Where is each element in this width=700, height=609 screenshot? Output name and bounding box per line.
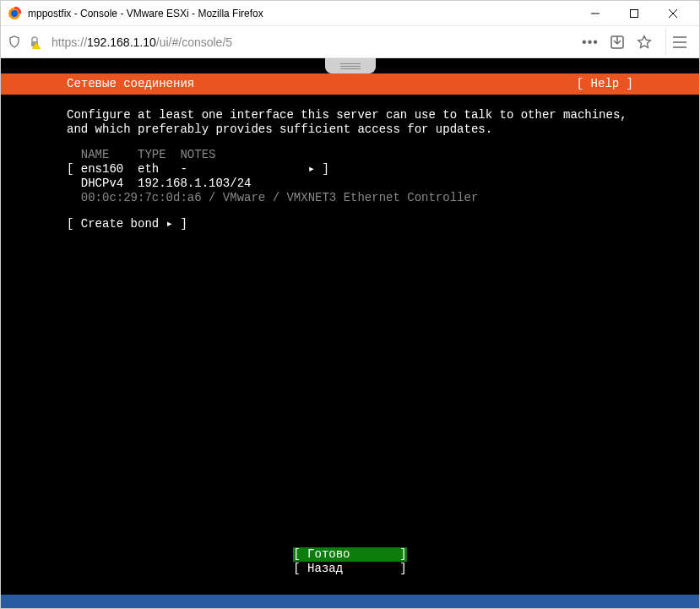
help-button[interactable]: [ Help ] <box>577 77 699 91</box>
url-input[interactable]: https://192.168.1.10/ui/#/console/5 <box>48 32 576 52</box>
url-protocol: https:// <box>52 35 87 49</box>
column-headers: NAME TYPE NOTES <box>67 148 633 162</box>
addressbar: https://192.168.1.10/ui/#/console/5 ••• <box>1 26 699 58</box>
maximize-button[interactable] <box>615 1 654 26</box>
vmware-console[interactable]: Сетевые соединения [ Help ] Configure at… <box>1 58 699 608</box>
lock-warning-icon[interactable] <box>28 35 41 49</box>
titlebar: mppostfix - Console - VMware ESXi - Mozi… <box>1 1 699 26</box>
svg-point-1 <box>11 10 18 17</box>
description-line-2: and which preferably provides sufficient… <box>67 122 633 137</box>
create-bond-button[interactable]: [ Create bond ▸ ] <box>67 217 633 231</box>
window-title: mppostfix - Console - VMware ESXi - Mozi… <box>28 8 576 19</box>
addressbar-actions: ••• <box>583 35 659 50</box>
browser-window: mppostfix - Console - VMware ESXi - Mozi… <box>0 0 700 609</box>
firefox-icon <box>8 7 21 20</box>
close-button[interactable] <box>654 1 692 26</box>
done-button[interactable]: [ Готово ] <box>293 547 406 562</box>
bottom-blue-bar <box>1 595 699 608</box>
hamburger-menu-icon[interactable] <box>665 29 692 56</box>
minimize-button[interactable] <box>576 1 615 26</box>
installer-title: Сетевые соединения <box>1 77 194 91</box>
installer-header: Сетевые соединения [ Help ] <box>1 73 699 95</box>
url-path: /ui/#/console/5 <box>156 35 232 49</box>
tracking-shield-icon[interactable] <box>8 35 21 49</box>
installer-footer: [ Готово ] [ Назад ] <box>1 547 699 576</box>
description-line-1: Configure at least one interface this se… <box>67 108 633 122</box>
console-body: Configure at least one interface this se… <box>1 95 699 231</box>
reader-view-icon[interactable] <box>610 35 625 50</box>
page-actions-icon[interactable]: ••• <box>583 35 598 50</box>
url-host: 192.168.1.10 <box>87 35 156 49</box>
back-button[interactable]: [ Назад ] <box>293 562 406 576</box>
svg-rect-3 <box>631 9 638 17</box>
dhcp-row: DHCPv4 192.168.1.103/24 <box>67 177 633 191</box>
window-controls <box>576 1 692 26</box>
console-handle[interactable] <box>325 58 376 73</box>
mac-row: 00:0c:29:7c:0d:a6 / VMware / VMXNET3 Eth… <box>67 191 633 205</box>
bookmark-star-icon[interactable] <box>637 35 652 50</box>
interface-row[interactable]: [ ens160 eth - ▸ ] <box>67 162 633 177</box>
